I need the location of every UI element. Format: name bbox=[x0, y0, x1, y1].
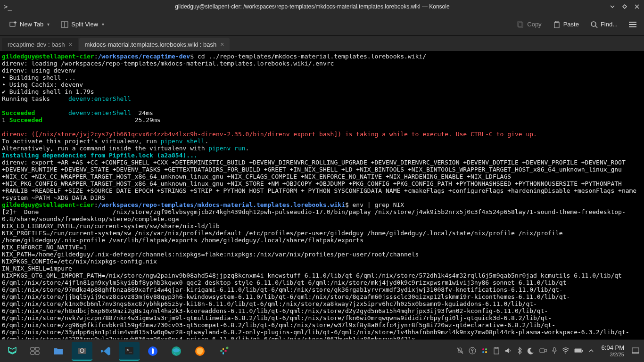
files-icon[interactable] bbox=[48, 342, 69, 361]
menu-button[interactable] bbox=[627, 20, 638, 29]
svg-rect-16 bbox=[31, 352, 34, 354]
svg-rect-46 bbox=[575, 349, 581, 352]
slack-icon[interactable] bbox=[213, 342, 234, 361]
volume-icon[interactable] bbox=[504, 347, 512, 354]
svg-rect-27 bbox=[224, 350, 227, 352]
svg-point-43 bbox=[565, 353, 566, 354]
svg-rect-39 bbox=[494, 348, 499, 354]
vscode-icon[interactable] bbox=[95, 342, 116, 361]
svg-rect-15 bbox=[35, 347, 39, 350]
find-label: Find... bbox=[601, 21, 618, 28]
spectacle-icon[interactable] bbox=[72, 342, 92, 361]
maximize-icon[interactable] bbox=[621, 3, 628, 10]
tab-mkdocs[interactable]: mkdocs-material.templates.lorebooks.wiki… bbox=[79, 38, 230, 51]
prompt-user: gildedguy@stellapent-cier bbox=[2, 201, 94, 208]
split-view-icon bbox=[61, 21, 68, 28]
clipboard-icon[interactable] bbox=[493, 347, 500, 354]
app-launcher[interactable] bbox=[3, 342, 22, 361]
close-icon[interactable] bbox=[634, 3, 640, 10]
1password-icon[interactable] bbox=[142, 342, 163, 361]
camera-icon[interactable] bbox=[539, 348, 547, 354]
svg-point-12 bbox=[591, 22, 596, 26]
svg-rect-14 bbox=[31, 347, 34, 350]
battery-icon[interactable] bbox=[574, 348, 584, 354]
svg-rect-48 bbox=[632, 353, 639, 354]
copy-button[interactable]: Copy bbox=[513, 19, 545, 30]
keepass-icon[interactable] bbox=[469, 347, 476, 354]
clock-date: 3/2/25 bbox=[602, 352, 624, 357]
svg-text:>_: >_ bbox=[126, 347, 132, 353]
clock[interactable]: 6:04 PM 3/2/25 bbox=[599, 345, 627, 357]
new-tab-label: New Tab bbox=[20, 21, 43, 28]
svg-rect-17 bbox=[35, 352, 39, 354]
svg-rect-29 bbox=[223, 352, 224, 354]
direnv-export: direnv: export +AR +AS +CC +CONFIG_SHELL… bbox=[2, 159, 642, 201]
svg-point-36 bbox=[485, 348, 487, 350]
split-view-label: Split View bbox=[71, 21, 98, 28]
show-desktop-icon[interactable] bbox=[632, 347, 639, 354]
new-tab-icon bbox=[9, 21, 17, 28]
microphone-icon[interactable] bbox=[552, 347, 557, 354]
bluetooth-icon[interactable] bbox=[517, 347, 522, 354]
wifi-icon[interactable] bbox=[562, 347, 570, 354]
edge-icon[interactable] bbox=[166, 342, 187, 361]
chevron-down-icon[interactable]: ▾ bbox=[102, 22, 104, 27]
paste-label: Paste bbox=[563, 21, 579, 28]
prompt-path: /workspaces/recaptime-dev bbox=[98, 53, 190, 60]
paste-icon bbox=[553, 21, 561, 28]
copy-icon bbox=[517, 21, 524, 28]
firefox-icon[interactable] bbox=[190, 342, 210, 361]
tray-app-icon[interactable] bbox=[481, 347, 488, 354]
chevron-down-icon[interactable]: ▾ bbox=[47, 22, 50, 27]
night-color-icon[interactable] bbox=[527, 347, 535, 354]
svg-point-38 bbox=[485, 351, 487, 353]
svg-rect-41 bbox=[540, 349, 545, 353]
close-tab-icon[interactable]: × bbox=[220, 41, 224, 48]
command: cd ../repo-templates/mkdocs-material.tem… bbox=[194, 53, 426, 60]
notifications-muted-icon[interactable] bbox=[456, 347, 464, 354]
svg-point-33 bbox=[471, 349, 473, 351]
svg-rect-26 bbox=[220, 350, 223, 352]
close-tab-icon[interactable]: × bbox=[68, 41, 72, 48]
tab-label: recaptime-dev : bash bbox=[8, 41, 65, 48]
svg-point-37 bbox=[482, 351, 484, 353]
svg-rect-23 bbox=[152, 348, 154, 354]
prompt-user: gildedguy@stellapent-cier bbox=[2, 53, 94, 60]
copy-label: Copy bbox=[527, 21, 541, 28]
new-tab-button[interactable]: New Tab ▾ bbox=[6, 19, 53, 30]
direnv-warning: direnv: ([/nix/store/jvj2cys7y1b661qcvx6… bbox=[2, 131, 537, 138]
terminal-output[interactable]: gildedguy@stellapent-cier:/workspaces/re… bbox=[0, 51, 644, 339]
prompt-path: /workspaces/repo-templates/mkdocs-materi… bbox=[98, 201, 345, 208]
tab-recaptime[interactable]: recaptime-dev : bash × bbox=[2, 38, 78, 51]
svg-line-31 bbox=[457, 348, 463, 354]
find-button[interactable]: Find... bbox=[586, 19, 621, 30]
search-icon bbox=[590, 21, 598, 28]
split-view-button[interactable]: Split View ▾ bbox=[57, 19, 108, 30]
svg-point-30 bbox=[226, 346, 229, 349]
chevron-up-icon[interactable] bbox=[588, 348, 594, 354]
svg-rect-47 bbox=[632, 348, 639, 353]
activities-icon[interactable] bbox=[25, 342, 45, 361]
svg-rect-42 bbox=[553, 347, 555, 351]
paste-button[interactable]: Paste bbox=[549, 19, 583, 30]
svg-rect-28 bbox=[223, 348, 224, 350]
konsole-icon[interactable]: >_ bbox=[119, 342, 140, 361]
svg-rect-45 bbox=[582, 350, 583, 352]
clock-time: 6:04 PM bbox=[602, 345, 624, 351]
svg-point-35 bbox=[482, 348, 484, 350]
svg-rect-10 bbox=[554, 22, 559, 28]
svg-marker-0 bbox=[623, 5, 627, 8]
command: env | grep NIX bbox=[349, 201, 404, 208]
minimize-icon[interactable] bbox=[609, 3, 616, 10]
svg-line-13 bbox=[595, 26, 597, 28]
taskbar: >_ bbox=[0, 339, 644, 362]
app-icon: >_ bbox=[4, 3, 12, 10]
window-title: gildedguy@stellapent-cier: /workspaces/r… bbox=[16, 3, 609, 10]
tab-label: mkdocs-material.templates.lorebooks.wiki… bbox=[85, 41, 217, 48]
